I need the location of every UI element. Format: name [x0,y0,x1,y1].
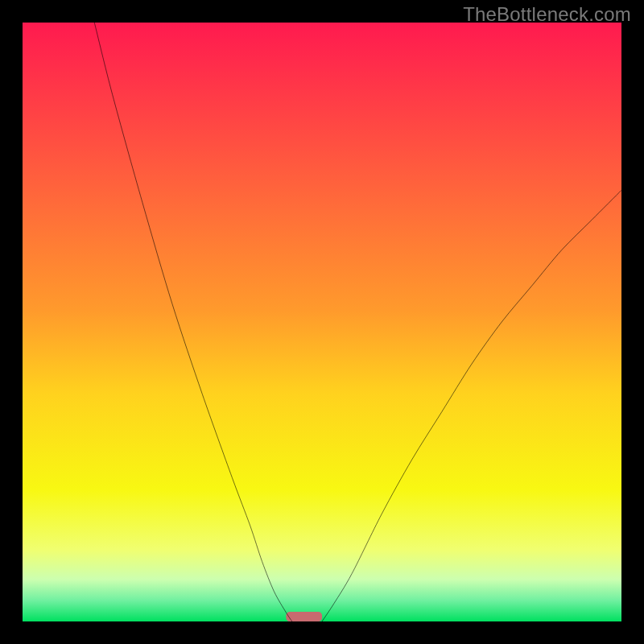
curve-left [94,23,292,621]
curve-layer [23,23,621,621]
chart-frame: TheBottleneck.com [0,0,644,644]
plot-area [23,23,621,621]
curve-right [322,190,621,621]
bottleneck-marker [286,612,322,621]
watermark-text: TheBottleneck.com [463,3,631,26]
